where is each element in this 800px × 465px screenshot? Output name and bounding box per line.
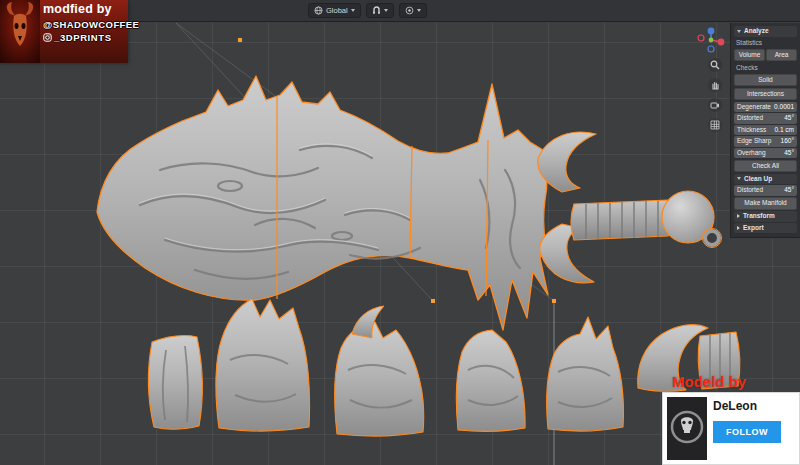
gizmo-x-axis[interactable] <box>718 39 725 46</box>
orthographic-grid-tool[interactable] <box>708 118 722 132</box>
modeled-by-label: Modeld by <box>662 373 800 392</box>
watermark-handle: @SHADOWCOFFEE <box>43 19 139 30</box>
watermark-handle-2: _3DPRINTS <box>54 32 112 43</box>
creator-avatar <box>667 397 707 460</box>
setting-label: Distorted <box>737 187 763 194</box>
blade-of-chaos-mesh[interactable] <box>97 76 722 330</box>
solid-check-button[interactable]: Solid <box>734 74 797 87</box>
fragment-5-mesh[interactable] <box>547 317 624 431</box>
demon-skull-image <box>0 0 40 63</box>
fragment-4-mesh[interactable] <box>456 330 525 431</box>
setting-value: 0.0001 <box>774 104 794 111</box>
magnifier-icon <box>710 60 720 70</box>
setting-label: Distorted <box>737 115 763 122</box>
hand-icon <box>710 80 720 90</box>
setting-label: Degenerate <box>737 104 771 111</box>
analyze-title: Analyze <box>744 28 769 35</box>
cleanup-title: Clean Up <box>744 176 772 183</box>
chevron-down-icon <box>417 9 421 12</box>
blade-fragments <box>148 299 739 436</box>
intersections-check-button[interactable]: Intersections <box>734 88 797 101</box>
camera-view-tool[interactable] <box>708 98 722 112</box>
chevron-right-icon <box>737 214 740 218</box>
viewport-tools <box>708 58 722 132</box>
snapping-toggle[interactable] <box>366 3 394 18</box>
overhang-setting[interactable]: Overhang 45° <box>734 148 797 159</box>
statistics-label: Statistics <box>734 38 797 48</box>
camera-icon <box>710 100 720 110</box>
edge-sharp-setting[interactable]: Edge Sharp 160° <box>734 136 797 147</box>
gizmo-y-axis[interactable] <box>709 38 714 43</box>
check-all-button[interactable]: Check All <box>734 160 797 173</box>
chevron-down-icon <box>737 177 741 180</box>
thickness-setting[interactable]: Thickness 0.1 cm <box>734 125 797 136</box>
grid-icon <box>710 120 720 130</box>
setting-value: 45° <box>784 115 794 122</box>
setting-value: 160° <box>781 138 794 145</box>
watermark-bottom: Modeld by DeLeon FOLLOW <box>662 373 800 465</box>
globe-icon <box>314 6 323 15</box>
chevron-down-icon <box>737 30 741 33</box>
setting-label: Thickness <box>737 127 766 134</box>
setting-value: 0.1 cm <box>774 127 794 134</box>
chevron-down-icon <box>351 9 355 12</box>
watermark-modified-by: modfied by <box>43 2 139 16</box>
chevron-down-icon <box>384 9 388 12</box>
make-manifold-button[interactable]: Make Manifold <box>734 197 797 210</box>
pan-tool[interactable] <box>708 78 722 92</box>
orientation-label: Global <box>326 6 348 15</box>
proportional-circle-icon <box>405 6 414 15</box>
checks-label: Checks <box>734 63 797 73</box>
area-button[interactable]: Area <box>766 49 797 62</box>
export-title: Export <box>743 225 764 232</box>
analyze-section-header[interactable]: Analyze <box>734 26 797 37</box>
watermark-top: modfied by @SHADOWCOFFEE _3DPRINTS <box>0 0 128 63</box>
blender-viewport[interactable]: Global <box>0 0 800 465</box>
fragment-1-mesh[interactable] <box>148 336 202 430</box>
zoom-tool[interactable] <box>708 58 722 72</box>
creator-card: DeLeon FOLLOW <box>662 392 800 465</box>
follow-button[interactable]: FOLLOW <box>713 421 781 443</box>
volume-button[interactable]: Volume <box>734 49 765 62</box>
creator-name: DeLeon <box>713 399 781 413</box>
magnet-icon <box>372 6 381 15</box>
degenerate-setting[interactable]: Degenerate 0.0001 <box>734 102 797 113</box>
transform-title: Transform <box>743 213 775 220</box>
setting-label: Overhang <box>737 150 766 157</box>
cleanup-section-header[interactable]: Clean Up <box>734 174 797 185</box>
cleanup-distorted-setting[interactable]: Distorted 45° <box>734 185 797 196</box>
view-navigation-gizmo[interactable] <box>696 25 726 55</box>
instagram-icon <box>43 33 52 42</box>
setting-value: 45° <box>784 150 794 157</box>
fragment-2-mesh[interactable] <box>216 299 310 431</box>
setting-label: Edge Sharp <box>737 138 771 145</box>
transform-section-header[interactable]: Transform <box>734 211 797 222</box>
gizmo-z-axis[interactable] <box>708 28 715 35</box>
distorted-setting[interactable]: Distorted 45° <box>734 113 797 124</box>
setting-value: 45° <box>784 187 794 194</box>
transform-orientation-dropdown[interactable]: Global <box>308 3 361 18</box>
print-toolbox-panel: Analyze Statistics Volume Area Checks So… <box>730 23 800 238</box>
proportional-editing-toggle[interactable] <box>399 3 427 18</box>
chevron-right-icon <box>737 226 740 230</box>
export-section-header[interactable]: Export <box>734 223 797 234</box>
fragment-3-mesh[interactable] <box>335 306 424 436</box>
